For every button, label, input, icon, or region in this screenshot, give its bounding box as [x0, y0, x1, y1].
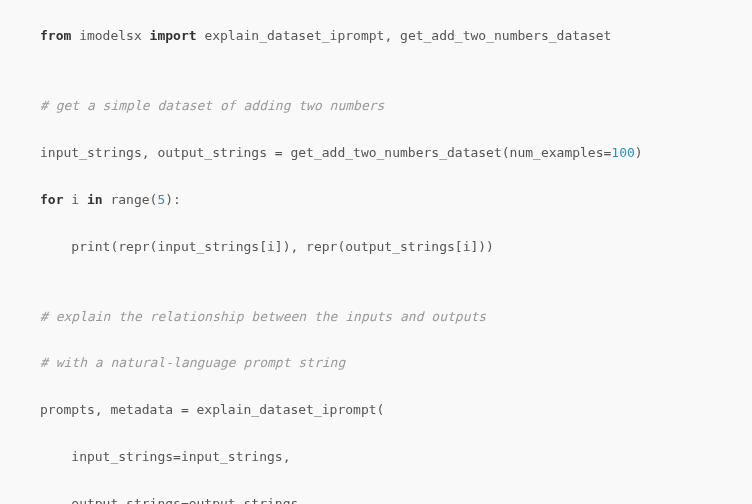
- code-line: for i in range(5):: [40, 188, 712, 211]
- number-literal: 100: [611, 145, 634, 160]
- code-text: output_strings=output_strings,: [40, 496, 306, 504]
- import-names: explain_dataset_iprompt, get_add_two_num…: [197, 28, 612, 43]
- comment: # get a simple dataset of adding two num…: [40, 98, 384, 113]
- code-text: input_strings=input_strings,: [40, 449, 290, 464]
- comment: # explain the relationship between the i…: [40, 309, 486, 324]
- code-text: i: [63, 192, 86, 207]
- keyword-import: import: [150, 28, 197, 43]
- keyword-in: in: [87, 192, 103, 207]
- code-block: from imodelsx import explain_dataset_ipr…: [40, 24, 712, 504]
- code-line: from imodelsx import explain_dataset_ipr…: [40, 24, 712, 47]
- keyword-from: from: [40, 28, 71, 43]
- code-line: input_strings, output_strings = get_add_…: [40, 141, 712, 164]
- code-line: input_strings=input_strings,: [40, 445, 712, 468]
- code-text: ):: [165, 192, 181, 207]
- code-text: range(: [103, 192, 158, 207]
- code-text: ): [635, 145, 643, 160]
- code-text: input_strings, output_strings = get_add_…: [40, 145, 611, 160]
- code-line: output_strings=output_strings,: [40, 492, 712, 504]
- keyword-for: for: [40, 192, 63, 207]
- comment: # with a natural-language prompt string: [40, 355, 345, 370]
- code-text: print(repr(input_strings[i]), repr(outpu…: [40, 239, 494, 254]
- code-line: print(repr(input_strings[i]), repr(outpu…: [40, 235, 712, 258]
- module-name: imodelsx: [71, 28, 149, 43]
- code-line: # with a natural-language prompt string: [40, 351, 712, 374]
- code-line: prompts, metadata = explain_dataset_ipro…: [40, 398, 712, 421]
- code-line: # get a simple dataset of adding two num…: [40, 94, 712, 117]
- code-text: prompts, metadata = explain_dataset_ipro…: [40, 402, 384, 417]
- code-line: # explain the relationship between the i…: [40, 305, 712, 328]
